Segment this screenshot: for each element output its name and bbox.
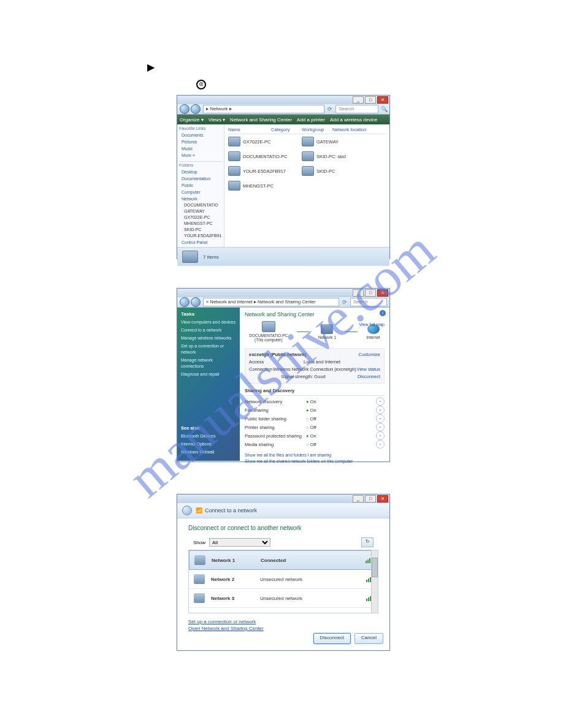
refresh-button[interactable]: ↻ (361, 537, 373, 547)
window1-titlebar[interactable]: _ □ ✕ (177, 96, 389, 104)
close-button[interactable]: ✕ (377, 289, 388, 297)
chevron-down-icon[interactable]: ⌄ (376, 423, 385, 431)
network-name: Network 3 (211, 596, 254, 601)
close-button[interactable]: ✕ (377, 495, 388, 502)
bottom-link[interactable]: Show me all the shared network folders o… (245, 458, 385, 464)
views-button[interactable]: Views ▾ (209, 117, 225, 123)
nav-forward-icon[interactable] (191, 104, 201, 114)
network-computer-item[interactable]: SKID-PC: skid (302, 151, 375, 161)
tree-item[interactable]: Documentation (179, 175, 222, 182)
network-item[interactable]: Network 1Connected (189, 550, 378, 570)
tree-item[interactable]: Recycle Bin (179, 246, 222, 247)
chevron-down-icon[interactable]: ⌄ (376, 397, 385, 406)
network-detail-row: Signal strength: GoodDisconnect (249, 373, 380, 381)
seealso-link[interactable]: Bluetooth Devices (181, 433, 215, 439)
nav-back-icon[interactable] (180, 104, 190, 114)
minimize-button[interactable]: _ (353, 495, 364, 502)
detail-link[interactable]: Disconnect (358, 373, 380, 381)
col-category[interactable]: Category (271, 127, 302, 132)
sharing-value: On (306, 406, 376, 414)
task-link[interactable]: View computers and devices (181, 319, 236, 325)
col-workgroup[interactable]: Workgroup (302, 127, 332, 132)
chevron-down-icon[interactable]: ⌄ (376, 440, 385, 449)
maximize-button[interactable]: □ (365, 495, 376, 502)
minimize-button[interactable]: _ (353, 289, 364, 297)
chevron-down-icon[interactable]: ⌄ (376, 406, 385, 414)
sidebar-item[interactable]: Documents (179, 132, 222, 138)
nav-back-icon[interactable] (182, 506, 192, 515)
sidebar-item[interactable]: Music (179, 145, 222, 152)
detail-value: Signal strength: Good (281, 373, 326, 381)
footer-link[interactable]: Open Network and Sharing Center (188, 625, 378, 632)
view-full-map-link[interactable]: View full map (359, 322, 385, 327)
scrollbar[interactable] (371, 550, 378, 613)
nav-forward-icon[interactable] (191, 297, 201, 307)
sidebar-item[interactable]: More » (179, 152, 222, 159)
refresh-icon[interactable]: ⟳ (342, 299, 348, 305)
organize-button[interactable]: Organize ▾ (180, 117, 204, 123)
network-name: Network 2 (211, 577, 254, 582)
scroll-thumb[interactable] (372, 558, 378, 577)
customize-link[interactable]: Customize (359, 351, 380, 358)
network-computer-item[interactable]: GX7022E-PC (228, 137, 302, 146)
column-headers[interactable]: Name Category Workgroup Network location (228, 127, 386, 134)
tree-item[interactable]: Computer (179, 189, 222, 195)
network-computer-item[interactable]: DOCUMENTATIO-PC (228, 151, 302, 161)
tree-item[interactable]: GATEWAY (179, 208, 222, 214)
search-icon[interactable]: 🔍 (381, 106, 387, 112)
maximize-button[interactable]: □ (365, 96, 376, 104)
col-name[interactable]: Name (228, 127, 271, 132)
detail-link[interactable]: View status (357, 366, 380, 373)
tree-item[interactable]: DOCUMENTATIO (179, 202, 222, 208)
chevron-down-icon[interactable]: ⌄ (376, 431, 385, 440)
breadcrumb[interactable]: ▸ Network ▸ (203, 105, 324, 113)
tree-item[interactable]: YOUR-E5DA2FB91 (179, 233, 222, 239)
cancel-button[interactable]: Cancel (354, 633, 383, 644)
maximize-button[interactable]: □ (365, 289, 376, 297)
tree-item[interactable]: Desktop (179, 169, 222, 175)
minimize-button[interactable]: _ (353, 96, 364, 104)
add-wireless-button[interactable]: Add a wireless device (330, 117, 377, 123)
col-location[interactable]: Network location (332, 127, 386, 132)
network-computer-item[interactable]: SKID-PC (302, 166, 375, 176)
refresh-icon[interactable]: ⟳ (327, 106, 333, 112)
tasks-title: Tasks (181, 311, 236, 317)
tree-item[interactable]: Network (179, 195, 222, 202)
network-computer-item[interactable]: MHENGST-PC (228, 181, 302, 191)
task-link[interactable]: Manage network connections (181, 357, 236, 370)
task-link[interactable]: Manage wireless networks (181, 335, 236, 341)
add-printer-button[interactable]: Add a printer (297, 117, 325, 123)
nsc-button[interactable]: Network and Sharing Center (230, 117, 292, 123)
window2-titlebar[interactable]: _ □ ✕ (177, 289, 389, 297)
nav-back-icon[interactable] (180, 297, 190, 307)
task-link[interactable]: Diagnose and repair (181, 371, 236, 377)
tree-item[interactable]: Public (179, 182, 222, 189)
disconnect-button[interactable]: Disconnect (313, 633, 351, 644)
seealso-link[interactable]: Internet Options (181, 441, 215, 447)
network-item[interactable]: Network 2Unsecured network (189, 570, 378, 589)
tree-item[interactable]: GX7022E-PC (179, 214, 222, 221)
search-input[interactable]: Search (335, 105, 378, 113)
tree-item[interactable]: MHENGST-PC (179, 221, 222, 227)
seealso-link[interactable]: Windows Firewall (181, 449, 215, 455)
computer-icon (228, 166, 240, 176)
sharing-label: Media sharing (245, 441, 306, 449)
network-computer-item[interactable]: YOUR-E5DA2FB917 (228, 166, 302, 176)
tree-item[interactable]: SKID-PC (179, 227, 222, 233)
network-computer-item[interactable]: GATEWAY (302, 137, 375, 146)
close-button[interactable]: ✕ (377, 96, 388, 104)
window3-titlebar[interactable]: _ □ ✕ (177, 495, 389, 503)
computer-icon (182, 251, 198, 263)
task-link[interactable]: Set up a connection or network (181, 343, 236, 355)
breadcrumb[interactable]: « Network and Internet ▸ Network and Sha… (203, 298, 339, 306)
info-icon[interactable]: i (380, 310, 386, 316)
search-input[interactable]: Search (350, 298, 387, 306)
task-link[interactable]: Connect to a network (181, 327, 236, 333)
footer-link[interactable]: Set up a connection or network (188, 618, 378, 625)
tree-item[interactable]: Control Panel (179, 239, 222, 246)
show-filter-select[interactable]: All (209, 538, 270, 547)
network-item[interactable]: Network 3Unsecured network (189, 589, 378, 608)
chevron-down-icon[interactable]: ⌄ (376, 414, 385, 423)
sidebar-item[interactable]: Pictures (179, 138, 222, 145)
bottom-link[interactable]: Show me all the files and folders I am s… (245, 452, 385, 458)
